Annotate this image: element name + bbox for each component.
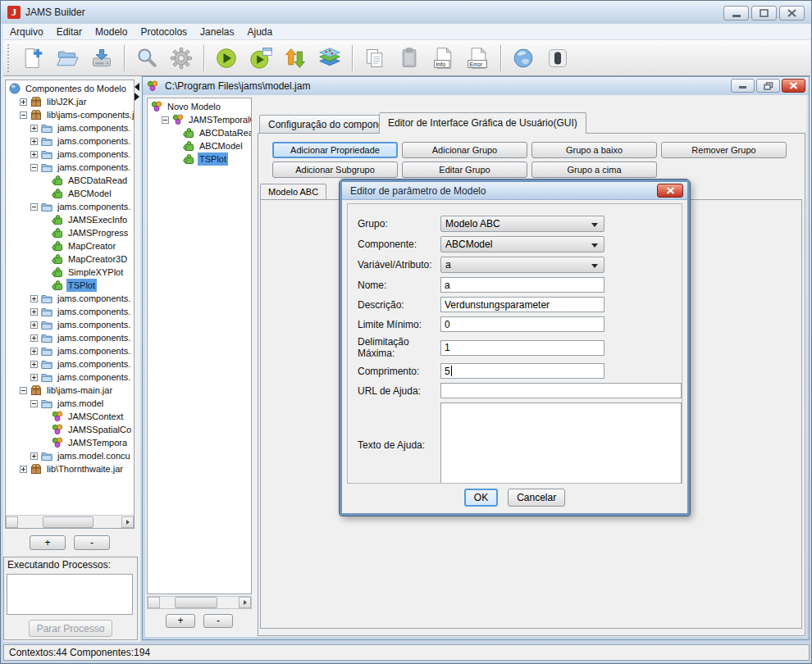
tree-label[interactable]: lib\J2K.jar [45, 95, 88, 108]
tree-row[interactable]: jams.components. [6, 134, 134, 148]
tree-label[interactable]: jams.components. [56, 371, 132, 384]
tree-label[interactable]: jams.model.concu [56, 449, 132, 462]
text-input-8[interactable] [440, 383, 682, 398]
tree-row[interactable]: jams.model [6, 397, 134, 410]
tree-row[interactable]: jams.components. [6, 305, 134, 318]
text-input-5[interactable]: 0 [440, 316, 604, 332]
tree-row[interactable]: lib\J2K.jar [6, 95, 134, 108]
error-doc-button[interactable]: Error [463, 43, 494, 74]
open-folder-button[interactable] [52, 43, 83, 74]
tree-row[interactable]: lib\Thornthwaite.jar [6, 462, 134, 475]
processes-list[interactable] [7, 574, 133, 615]
tree-row[interactable]: JAMSTempora [6, 436, 134, 449]
tree-label[interactable]: jams.components. [56, 292, 132, 305]
tree-label[interactable]: ABCModel [198, 139, 244, 152]
collapse-left-icon[interactable] [135, 83, 139, 91]
tab-group-modelo-abc[interactable]: Modelo ABC [260, 184, 326, 199]
dialog-close-button[interactable] [657, 184, 683, 198]
menu-editar[interactable]: Editar [50, 26, 89, 38]
info-doc-button[interactable]: Info [428, 43, 459, 74]
save-button[interactable] [86, 43, 117, 74]
copy-button[interactable] [359, 43, 390, 74]
tree-row[interactable]: jams.components. [6, 371, 134, 384]
maximize-button[interactable] [751, 6, 777, 20]
tree-row[interactable]: ABCModel [6, 187, 134, 200]
adicionar-propriedade-button[interactable]: Adicionar Propriedade [272, 142, 398, 158]
expand-toggle-icon[interactable] [30, 348, 38, 355]
tree-row[interactable]: TSPlot [6, 279, 134, 292]
remover-grupo-button[interactable]: Remover Grupo [661, 142, 787, 158]
expand-toggle-icon[interactable] [30, 308, 38, 316]
cancel-button[interactable]: Cancelar [508, 489, 565, 507]
settings-gear-button[interactable] [166, 43, 197, 74]
scroll-left-icon[interactable] [148, 597, 160, 608]
menu-ajuda[interactable]: Ajuda [240, 26, 279, 38]
tree-row[interactable]: jams.components. [6, 318, 134, 331]
expand-toggle-icon[interactable] [30, 334, 38, 342]
tree-row[interactable]: Novo Modelo [148, 100, 251, 113]
tree-label[interactable]: jams.components. [56, 357, 132, 371]
expand-toggle-icon[interactable] [30, 361, 38, 368]
tree-row[interactable]: JAMSSpatialCo [6, 423, 134, 436]
tree-row[interactable]: MapCreator [6, 239, 134, 252]
model-minimize-button[interactable] [731, 79, 755, 93]
run-model-button[interactable] [211, 43, 242, 74]
expand-toggle-icon[interactable] [30, 295, 38, 302]
globe-button[interactable] [508, 43, 539, 74]
toolbar-drag-handle[interactable] [7, 44, 11, 72]
tree-row[interactable]: lib\jams-main.jar [6, 384, 134, 397]
search-button[interactable] [131, 43, 162, 74]
tree-row[interactable]: jams.components. [6, 357, 134, 371]
tree-label[interactable]: ABCDataRead [198, 126, 251, 139]
help-text-area[interactable] [440, 402, 682, 484]
run-model-window-button[interactable] [245, 43, 276, 74]
collapse-toggle-icon[interactable] [162, 116, 169, 124]
tree-label[interactable]: jams.components. [56, 305, 132, 318]
tree-row[interactable]: jams.components. [6, 331, 134, 344]
expand-toggle-icon[interactable] [30, 125, 38, 132]
expand-toggle-icon[interactable] [30, 321, 38, 329]
tree-row[interactable]: jams.components. [6, 292, 134, 305]
text-input-3[interactable]: a [440, 277, 604, 293]
splitpane-collapse-arrows[interactable] [135, 83, 141, 101]
tree-row[interactable]: JAMSProgress [6, 226, 134, 239]
remove-component-button[interactable]: - [74, 535, 110, 550]
grupo-a-baixo-button[interactable]: Grupo a baixo [531, 142, 657, 158]
ok-button[interactable]: OK [464, 489, 498, 507]
tree-label[interactable]: JAMSSpatialCo [66, 423, 133, 436]
combo-2[interactable]: a [440, 257, 604, 273]
tree-row[interactable]: jams.model.concu [6, 449, 134, 462]
tree-row[interactable]: TSPlot [148, 152, 251, 166]
menu-arquivo[interactable]: Arquivo [3, 26, 50, 38]
model-close-button[interactable] [782, 79, 805, 93]
tree-row[interactable]: jams.components. [6, 200, 134, 213]
tree-label[interactable]: jams.components. [56, 200, 132, 213]
tree-row[interactable]: JAMSTemporalCor [148, 113, 251, 126]
tree-label[interactable]: ABCDataRead [66, 174, 129, 187]
tree-label[interactable]: JAMSContext [66, 410, 125, 423]
tree-label[interactable]: jams.model [56, 397, 105, 410]
collapse-toggle-icon[interactable] [30, 203, 38, 211]
tree-label[interactable]: TSPlot [66, 279, 97, 292]
model-remove-button[interactable]: - [203, 614, 233, 628]
tree-label[interactable]: JAMSExecInfo [66, 213, 129, 226]
tree-label[interactable]: JAMSTemporalCor [187, 113, 251, 126]
tree-row[interactable]: jams.components. [6, 344, 134, 357]
collapse-right-icon[interactable] [135, 93, 139, 101]
menu-modelo[interactable]: Modelo [89, 26, 134, 38]
scroll-right-icon[interactable] [121, 516, 134, 528]
tree-label[interactable]: jams.components. [56, 121, 132, 134]
adicionar-subgrupo-button[interactable]: Adicionar Subgrupo [272, 161, 398, 178]
text-input-6[interactable]: 1 [440, 340, 604, 356]
tree-row[interactable]: lib\jams-components.j [6, 108, 134, 121]
minimize-button[interactable] [723, 6, 749, 20]
combo-1[interactable]: ABCModel [440, 236, 604, 252]
collapse-toggle-icon[interactable] [20, 387, 27, 394]
tab-gui-editor[interactable]: Editor de Interface Gráfica de Usuário(G… [379, 112, 586, 134]
new-file-button[interactable] [17, 43, 48, 74]
tree-row[interactable]: SimpleXYPlot [6, 266, 134, 279]
expand-toggle-icon[interactable] [20, 98, 27, 106]
tree-row[interactable]: JAMSExecInfo [6, 213, 134, 226]
tree-label[interactable]: jams.components. [56, 318, 132, 331]
tree-label[interactable]: lib\Thornthwaite.jar [45, 462, 125, 475]
